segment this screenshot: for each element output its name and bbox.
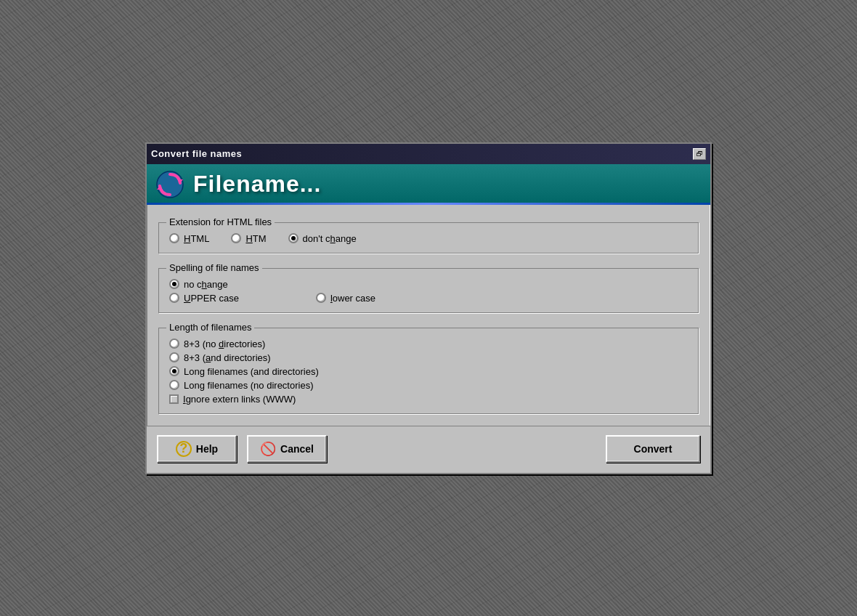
length-row-4: Long filenames (no directories) xyxy=(169,380,688,391)
radio-lower-input[interactable] xyxy=(316,293,326,303)
length-row-5: Ignore extern links (WWW) xyxy=(169,394,688,405)
radio-lower[interactable]: lower case xyxy=(316,293,375,304)
spelling-group-label: Spelling of file names xyxy=(166,262,262,273)
header-title: Filename... xyxy=(193,171,321,198)
refresh-icon xyxy=(155,170,184,199)
radio-html[interactable]: HTML xyxy=(169,233,209,244)
radio-long-and-dir-label: Long filenames (and directories) xyxy=(184,366,319,377)
title-bar-controls: 🗗 xyxy=(693,148,706,160)
radio-no-change-spell[interactable]: no change xyxy=(169,279,228,290)
length-row-3: Long filenames (and directories) xyxy=(169,366,688,377)
radio-8p3-no-dir-label: 8+3 (no directories) xyxy=(184,339,265,349)
header-band: Filename... xyxy=(147,164,710,205)
close-button[interactable]: 🗗 xyxy=(693,148,706,160)
window-title: Convert file names xyxy=(151,148,242,159)
radio-8p3-and-dir[interactable]: 8+3 (and directories) xyxy=(169,352,271,363)
help-label: Help xyxy=(196,443,218,455)
radio-no-change-ext-label: don't change xyxy=(303,233,357,244)
radio-8p3-no-dir-input[interactable] xyxy=(169,339,179,349)
radio-8p3-and-dir-input[interactable] xyxy=(169,352,179,362)
radio-8p3-no-dir[interactable]: 8+3 (no directories) xyxy=(169,339,265,349)
radio-no-change-ext-input[interactable] xyxy=(288,233,298,243)
cancel-button[interactable]: 🚫 Cancel xyxy=(247,435,327,463)
cancel-label: Cancel xyxy=(280,443,314,455)
radio-long-no-dir-input[interactable] xyxy=(169,380,179,390)
extension-options-row: HTML HTM don't change xyxy=(169,233,688,244)
extension-group-label: Extension for HTML files xyxy=(166,216,275,227)
main-window: Convert file names 🗗 Filename... Extensi… xyxy=(145,142,712,474)
radio-no-change-ext[interactable]: don't change xyxy=(288,233,357,244)
radio-no-change-spell-input[interactable] xyxy=(169,279,179,289)
spelling-group: Spelling of file names no change UPPER c… xyxy=(158,268,699,313)
radio-upper-label: UPPER case xyxy=(184,293,239,304)
spelling-row-2: UPPER case lower case xyxy=(169,293,688,304)
radio-long-and-dir-input[interactable] xyxy=(169,366,179,376)
radio-long-and-dir[interactable]: Long filenames (and directories) xyxy=(169,366,319,377)
radio-long-no-dir-label: Long filenames (no directories) xyxy=(184,380,313,391)
radio-long-no-dir[interactable]: Long filenames (no directories) xyxy=(169,380,313,391)
radio-html-label: HTML xyxy=(184,233,209,244)
convert-label: Convert xyxy=(634,443,673,455)
radio-htm-input[interactable] xyxy=(231,233,241,243)
main-content: Extension for HTML files HTML HTM don't … xyxy=(147,205,710,426)
radio-8p3-and-dir-label: 8+3 (and directories) xyxy=(184,352,271,363)
radio-no-change-spell-label: no change xyxy=(184,279,228,290)
extension-group: Extension for HTML files HTML HTM don't … xyxy=(158,222,699,254)
button-row: ? Help 🚫 Cancel Convert xyxy=(147,426,710,473)
length-row-1: 8+3 (no directories) xyxy=(169,339,688,349)
radio-htm[interactable]: HTM xyxy=(231,233,266,244)
radio-html-input[interactable] xyxy=(169,233,179,243)
help-icon: ? xyxy=(176,441,192,457)
checkbox-ignore-extern[interactable] xyxy=(169,394,179,404)
spelling-row-1: no change xyxy=(169,279,688,290)
radio-lower-label: lower case xyxy=(330,293,375,304)
radio-upper-input[interactable] xyxy=(169,293,179,303)
help-button[interactable]: ? Help xyxy=(157,435,237,463)
convert-button[interactable]: Convert xyxy=(606,435,700,463)
length-row-2: 8+3 (and directories) xyxy=(169,352,688,363)
length-group-label: Length of filenames xyxy=(166,322,254,333)
length-group: Length of filenames 8+3 (no directories)… xyxy=(158,328,699,414)
radio-upper[interactable]: UPPER case xyxy=(169,293,239,304)
checkbox-ignore-extern-label: Ignore extern links (WWW) xyxy=(183,394,296,405)
cancel-icon: 🚫 xyxy=(260,441,276,457)
title-bar: Convert file names 🗗 xyxy=(147,144,710,164)
radio-htm-label: HTM xyxy=(245,233,266,244)
